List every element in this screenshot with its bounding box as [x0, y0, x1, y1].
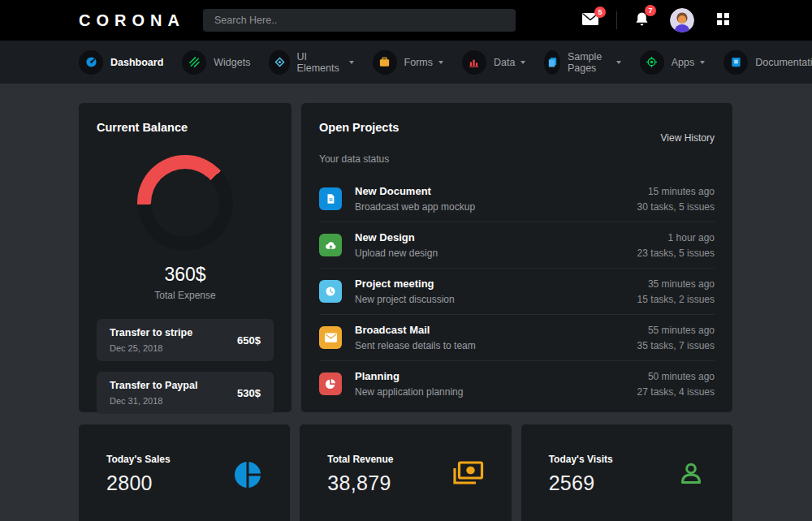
envelope-icon [319, 326, 342, 349]
project-time: 15 minutes ago [637, 186, 715, 197]
target-icon [269, 50, 289, 75]
transfer-date: Dec 31, 2018 [110, 396, 197, 406]
notifications-button[interactable]: 7 [635, 11, 649, 30]
pie-chart-icon [319, 372, 342, 395]
project-description: New project discussion [355, 294, 455, 305]
project-title: Project meeting [355, 278, 455, 290]
search-input[interactable] [203, 9, 516, 32]
view-history-link[interactable]: View History [661, 132, 715, 144]
gear-icon [640, 50, 664, 75]
notifications-badge: 7 [645, 5, 656, 16]
project-title: Planning [355, 370, 463, 382]
expense-donut-chart [137, 155, 233, 251]
grid-icon [717, 13, 729, 28]
stat-value: 2569 [549, 471, 613, 495]
project-description: Sent release details to team [355, 340, 476, 351]
menu-item-apps[interactable]: Apps [640, 50, 706, 75]
pie-chart-icon [233, 460, 262, 493]
project-time: 50 minutes ago [637, 371, 715, 382]
stat-label: Total Revenue [327, 454, 393, 465]
apps-grid-button[interactable] [717, 13, 729, 28]
todays-sales-card: Today's Sales 2800 [79, 424, 290, 521]
transfer-row[interactable]: Transfer to stripe Dec 25, 2018 650$ [97, 319, 274, 361]
cash-icon [451, 460, 484, 489]
transfer-amount: 530$ [237, 387, 261, 399]
menu-item-widgets[interactable]: Widgets [182, 50, 250, 75]
clock-icon [319, 280, 342, 303]
menu-item-dashboard[interactable]: Dashboard [79, 50, 163, 75]
messages-button[interactable]: 5 [582, 13, 598, 28]
briefcase-icon [373, 50, 397, 75]
project-meta: 27 tasks, 4 issues [637, 386, 715, 398]
project-meta: 30 tasks, 5 issues [637, 201, 715, 213]
balance-amount: 360$ [97, 264, 274, 286]
project-title: New Design [355, 231, 438, 243]
row-top: Current Balance 360$ Total Expense Trans… [79, 103, 732, 412]
project-time: 35 minutes ago [637, 278, 715, 290]
menu-label: Sample Pages [568, 51, 611, 74]
project-meta: 15 tasks, 2 issues [637, 294, 715, 305]
menu-label: Widgets [214, 57, 250, 68]
transfer-date: Dec 25, 2018 [110, 343, 192, 353]
transfer-amount: 650$ [237, 334, 261, 347]
projects-header: Open Projects View History [319, 121, 715, 144]
project-description: New application planning [355, 386, 463, 398]
projects-list: New Document Broadcast web app mockup 15… [319, 176, 715, 407]
stat-label: Today's Visits [549, 454, 613, 465]
list-item[interactable]: Project meeting New project discussion 3… [319, 269, 715, 315]
balance-caption: Total Expense [97, 290, 274, 301]
menu-label: Forms [404, 57, 433, 68]
chevron-down-icon [520, 61, 525, 64]
transfer-title: Transfer to stripe [110, 327, 192, 338]
project-description: Upload new design [355, 248, 438, 259]
cloud-upload-icon [319, 234, 342, 256]
projects-subtitle: Your data status [319, 153, 715, 165]
mail-badge: 5 [594, 6, 606, 18]
chevron-down-icon [438, 61, 443, 64]
widgets-icon [182, 50, 206, 75]
list-item[interactable]: New Document Broadcast web app mockup 15… [319, 176, 715, 222]
menu-item-data[interactable]: Data [462, 50, 525, 75]
list-item[interactable]: Broadcast Mail Sent release details to t… [319, 315, 715, 361]
menu-item-documentation[interactable]: Documentation [723, 50, 812, 75]
row-stats: Today's Sales 2800 Total Revenue 38,879 … [79, 424, 732, 521]
menu-item-sample-pages[interactable]: Sample Pages [544, 50, 620, 75]
menu-label: Documentation [755, 57, 812, 68]
project-meta: 35 tasks, 7 issues [637, 340, 715, 351]
navbar-actions: 5 7 [582, 8, 812, 32]
menu-item-ui-elements[interactable]: UI Elements [269, 50, 353, 75]
transfer-title: Transfer to Paypal [110, 380, 197, 391]
transfer-list: Transfer to stripe Dec 25, 2018 650$ Tra… [97, 319, 274, 414]
person-icon [677, 460, 705, 491]
list-item[interactable]: New Design Upload new design 1 hour ago … [319, 222, 715, 269]
transfer-row[interactable]: Transfer to Paypal Dec 31, 2018 530$ [97, 372, 274, 414]
menu-label: Data [494, 57, 515, 68]
chevron-down-icon [616, 61, 621, 64]
chevron-down-icon [700, 61, 705, 64]
stat-value: 2800 [106, 471, 171, 495]
card-title: Current Balance [97, 121, 274, 134]
user-avatar[interactable] [670, 8, 694, 32]
open-projects-card: Open Projects View History Your data sta… [301, 103, 732, 412]
document-icon [723, 50, 748, 75]
brand-logo[interactable]: CORONA [79, 11, 203, 30]
speedometer-icon [79, 50, 103, 75]
divider [616, 11, 617, 29]
pages-icon [544, 50, 560, 75]
menu-label: Dashboard [110, 57, 163, 68]
list-item[interactable]: Planning New application planning 50 min… [319, 361, 715, 407]
project-time: 1 hour ago [637, 232, 715, 243]
project-meta: 23 tasks, 5 issues [637, 248, 715, 259]
project-description: Broadcast web app mockup [355, 201, 475, 213]
stat-value: 38,879 [327, 471, 393, 495]
project-title: Broadcast Mail [355, 324, 476, 336]
stat-label: Today's Sales [106, 454, 171, 465]
top-navbar: CORONA 5 7 [0, 0, 812, 41]
chevron-down-icon [349, 61, 354, 64]
current-balance-card: Current Balance 360$ Total Expense Trans… [79, 103, 292, 412]
menu-label: Apps [672, 57, 695, 68]
menu-item-forms[interactable]: Forms [373, 50, 443, 75]
project-time: 55 minutes ago [637, 325, 715, 336]
project-title: New Document [355, 185, 475, 197]
page-content: Current Balance 360$ Total Expense Trans… [0, 84, 812, 521]
